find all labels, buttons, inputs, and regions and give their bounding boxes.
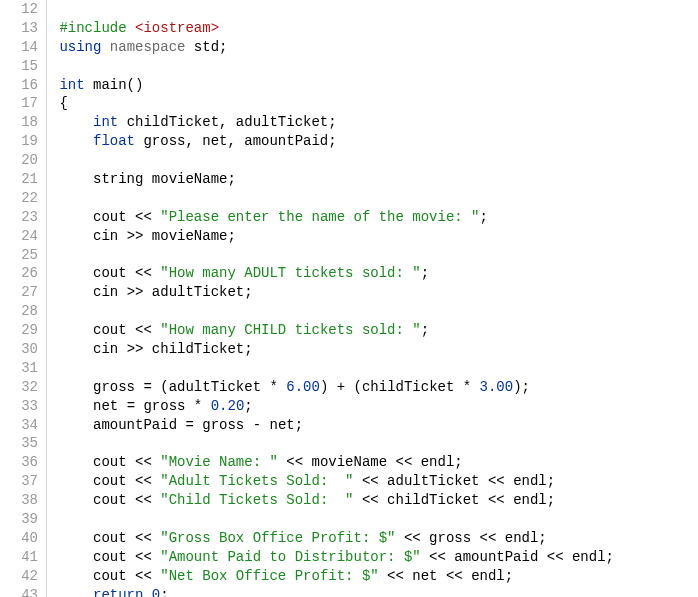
token-num: 6.00: [286, 379, 320, 395]
code-line[interactable]: cout << "Amount Paid to Distributor: $" …: [51, 548, 694, 567]
token-op: <<: [135, 265, 160, 281]
code-line[interactable]: [51, 57, 694, 76]
token-op: <<: [135, 209, 160, 225]
line-number: 20: [4, 151, 38, 170]
code-line[interactable]: [51, 359, 694, 378]
line-number: 38: [4, 491, 38, 510]
line-number: 31: [4, 359, 38, 378]
token-num: 3.00: [480, 379, 514, 395]
token-op: [59, 492, 93, 508]
code-line[interactable]: #include <iostream>: [51, 19, 694, 38]
code-line[interactable]: net = gross * 0.20;: [51, 397, 694, 416]
token-op: <<: [379, 568, 413, 584]
token-id: endl;: [513, 473, 555, 489]
code-line[interactable]: {: [51, 94, 694, 113]
token-id: movieName: [311, 454, 395, 470]
code-line[interactable]: gross = (adultTicket * 6.00) + (childTic…: [51, 378, 694, 397]
code-line[interactable]: cout << "Adult Tickets Sold: " << adultT…: [51, 472, 694, 491]
line-number: 37: [4, 472, 38, 491]
token-op: [59, 549, 93, 565]
token-op: [59, 530, 93, 546]
token-op: [59, 379, 93, 395]
code-line[interactable]: int main(): [51, 76, 694, 95]
token-op: [59, 322, 93, 338]
code-line[interactable]: [51, 151, 694, 170]
token-id: gross: [143, 398, 193, 414]
line-number: 34: [4, 416, 38, 435]
token-str: "Child Tickets Sold: ": [160, 492, 353, 508]
code-line[interactable]: [51, 246, 694, 265]
line-number: 39: [4, 510, 38, 529]
code-line[interactable]: cin >> adultTicket;: [51, 283, 694, 302]
token-num: 0.20: [211, 398, 245, 414]
code-line[interactable]: float gross, net, amountPaid;: [51, 132, 694, 151]
code-line[interactable]: cout << "How many CHILD tickets sold: ";: [51, 321, 694, 340]
token-op: );: [513, 379, 530, 395]
line-number: 30: [4, 340, 38, 359]
code-line[interactable]: cout << "Gross Box Office Profit: $" << …: [51, 529, 694, 548]
line-number: 41: [4, 548, 38, 567]
line-number: 26: [4, 264, 38, 283]
code-line[interactable]: amountPaid = gross - net;: [51, 416, 694, 435]
token-op: <<: [278, 454, 312, 470]
code-line[interactable]: cin >> childTicket;: [51, 340, 694, 359]
line-number: 21: [4, 170, 38, 189]
token-op: <<: [135, 322, 160, 338]
token-op: ;: [421, 265, 429, 281]
line-number: 36: [4, 453, 38, 472]
code-line[interactable]: [51, 0, 694, 19]
code-line[interactable]: [51, 189, 694, 208]
code-area[interactable]: #include <iostream> using namespace std;…: [47, 0, 698, 597]
token-typ: int: [93, 114, 127, 130]
token-str: "Please enter the name of the movie: ": [160, 209, 479, 225]
token-op: *: [194, 398, 211, 414]
code-line[interactable]: cout << "How many ADULT tickets sold: ";: [51, 264, 694, 283]
token-str: "How many ADULT tickets sold: ": [160, 265, 420, 281]
token-typ: float: [93, 133, 143, 149]
token-id: gross: [202, 417, 252, 433]
token-op: <<: [353, 492, 387, 508]
token-id: gross: [429, 530, 479, 546]
token-id: net: [93, 398, 127, 414]
line-number: 25: [4, 246, 38, 265]
token-id: cout: [93, 322, 135, 338]
code-line[interactable]: [51, 302, 694, 321]
token-op: =: [127, 398, 144, 414]
code-line[interactable]: [51, 510, 694, 529]
token-id: childTicket;: [152, 341, 253, 357]
token-op: =: [185, 417, 202, 433]
code-line[interactable]: cin >> movieName;: [51, 227, 694, 246]
code-line[interactable]: int childTicket, adultTicket;: [51, 113, 694, 132]
line-number: 23: [4, 208, 38, 227]
code-line[interactable]: [51, 434, 694, 453]
token-op: <<: [547, 549, 572, 565]
token-id: cout: [93, 549, 135, 565]
code-line[interactable]: using namespace std;: [51, 38, 694, 57]
code-line[interactable]: cout << "Please enter the name of the mo…: [51, 208, 694, 227]
token-op: ;: [421, 322, 429, 338]
token-id: cout: [93, 454, 135, 470]
code-line[interactable]: cout << "Movie Name: " << movieName << e…: [51, 453, 694, 472]
code-line[interactable]: string movieName;: [51, 170, 694, 189]
token-op: = (: [143, 379, 168, 395]
token-op: ;: [160, 587, 168, 597]
code-line[interactable]: cout << "Child Tickets Sold: " << childT…: [51, 491, 694, 510]
line-number: 28: [4, 302, 38, 321]
line-number: 42: [4, 567, 38, 586]
code-editor: 1213141516171819202122232425262728293031…: [0, 0, 698, 597]
code-line[interactable]: cout << "Net Box Office Profit: $" << ne…: [51, 567, 694, 586]
token-id: movieName;: [152, 228, 236, 244]
token-op: <<: [135, 492, 160, 508]
token-id: cout: [93, 265, 135, 281]
token-op: [59, 133, 93, 149]
token-id: main(): [93, 77, 143, 93]
token-id: adultTicket: [387, 473, 488, 489]
token-op: <<: [480, 530, 505, 546]
token-str: "Amount Paid to Distributor: $": [160, 549, 420, 565]
code-line[interactable]: return 0;: [51, 586, 694, 597]
line-number: 18: [4, 113, 38, 132]
token-id: cin: [93, 228, 127, 244]
token-id: cout: [93, 473, 135, 489]
token-id: adultTicket: [169, 379, 270, 395]
token-op: <<: [488, 492, 513, 508]
